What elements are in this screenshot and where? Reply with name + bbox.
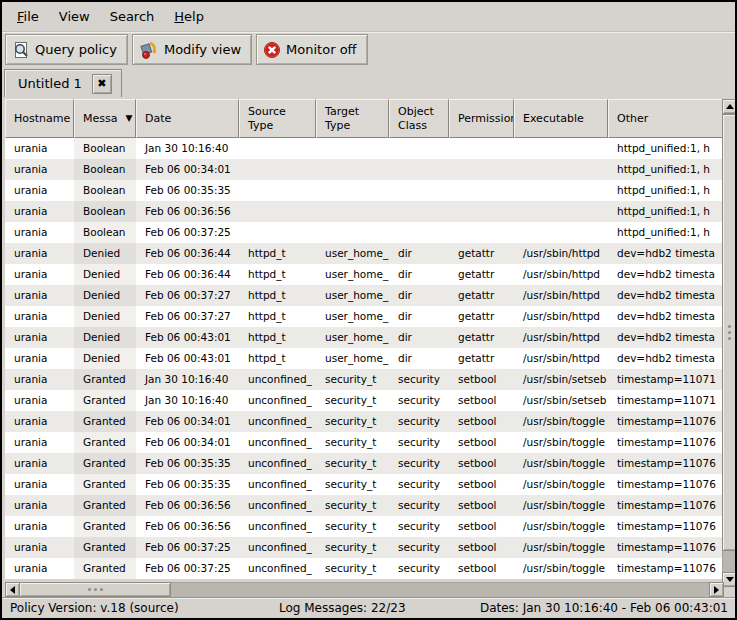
column-header-other[interactable]: Other [608, 99, 723, 138]
cell-message: Denied [74, 243, 136, 264]
cell-target-type: user_home_ [316, 306, 389, 327]
cell-permission: setbool [449, 390, 514, 411]
cell-hostname: urania [5, 474, 74, 495]
cell-hostname: urania [5, 495, 74, 516]
cell-target-type [316, 201, 389, 222]
cell-source-type: httpd_t [239, 243, 316, 264]
table-row[interactable]: uraniaGrantedJan 30 10:16:40unconfined_s… [5, 390, 723, 411]
cell-object-class: security [389, 369, 449, 390]
table-row[interactable]: uraniaGrantedFeb 06 00:35:35unconfined_s… [5, 453, 723, 474]
scroll-up-button[interactable] [722, 99, 737, 114]
table-row[interactable]: uraniaGrantedFeb 06 00:34:01unconfined_s… [5, 432, 723, 453]
cell-date: Feb 06 00:37:27 [136, 306, 239, 327]
cell-source-type: unconfined_ [239, 537, 316, 558]
table-row[interactable]: uraniaGrantedFeb 06 00:34:01unconfined_s… [5, 411, 723, 432]
menu-search[interactable]: Search [100, 4, 165, 29]
cell-date: Feb 06 00:37:25 [136, 537, 239, 558]
modify-view-button[interactable]: Modify view [132, 34, 252, 65]
table-row[interactable]: uraniaBooleanFeb 06 00:37:25httpd_unifie… [5, 222, 723, 243]
menu-bar: FileViewSearchHelp [2, 2, 735, 31]
left-arrow-icon [10, 586, 15, 594]
query-policy-button[interactable]: Query policy [5, 34, 128, 65]
cell-hostname: urania [5, 243, 74, 264]
column-label: Messa [83, 112, 117, 126]
menu-view[interactable]: View [49, 4, 100, 29]
cell-date: Jan 30 10:16:40 [136, 390, 239, 411]
table-row[interactable]: uraniaBooleanFeb 06 00:34:01httpd_unifie… [5, 159, 723, 180]
cell-target-type: user_home_ [316, 243, 389, 264]
table-row[interactable]: uraniaDeniedFeb 06 00:37:27httpd_tuser_h… [5, 285, 723, 306]
tab-close-button[interactable]: ✖ [92, 74, 112, 94]
table-row[interactable]: uraniaGrantedFeb 06 00:35:35unconfined_s… [5, 474, 723, 495]
cell-executable [514, 138, 608, 159]
table-row[interactable]: uraniaDeniedFeb 06 00:43:01httpd_tuser_h… [5, 327, 723, 348]
cell-object-class: dir [389, 243, 449, 264]
cell-other: timestamp=11076 [608, 432, 723, 453]
table-row[interactable]: uraniaBooleanFeb 06 00:36:56httpd_unifie… [5, 201, 723, 222]
cell-hostname: urania [5, 306, 74, 327]
cell-other: httpd_unified:1, h [608, 201, 723, 222]
cell-hostname: urania [5, 369, 74, 390]
cell-date: Feb 06 00:37:25 [136, 558, 239, 579]
menu-file[interactable]: File [7, 4, 49, 29]
cell-executable: /usr/sbin/httpd [514, 327, 608, 348]
table-row[interactable]: uraniaGrantedFeb 06 00:37:25unconfined_s… [5, 537, 723, 558]
cell-date: Feb 06 00:34:01 [136, 432, 239, 453]
column-header-source-type[interactable]: Source Type [239, 99, 316, 138]
tab-untitled-1[interactable]: Untitled 1 ✖ [4, 69, 122, 97]
toolbar: Query policy Modify view [2, 31, 735, 68]
cell-message: Granted [74, 537, 136, 558]
table-row[interactable]: uraniaDeniedFeb 06 00:36:44httpd_tuser_h… [5, 264, 723, 285]
cell-hostname: urania [5, 432, 74, 453]
cell-target-type: security_t [316, 474, 389, 495]
monitor-off-icon [263, 41, 281, 59]
cell-object-class [389, 159, 449, 180]
table-row[interactable]: uraniaBooleanFeb 06 00:35:35httpd_unifie… [5, 180, 723, 201]
cell-target-type [316, 222, 389, 243]
cell-executable: /usr/sbin/toggle [514, 495, 608, 516]
table-row[interactable]: uraniaGrantedFeb 06 00:36:56unconfined_s… [5, 516, 723, 537]
table-row[interactable]: uraniaDeniedFeb 06 00:43:01httpd_tuser_h… [5, 348, 723, 369]
monitor-off-button[interactable]: Monitor off [256, 34, 367, 65]
vertical-scroll-thumb[interactable] [722, 114, 737, 551]
cell-source-type [239, 180, 316, 201]
cell-hostname: urania [5, 558, 74, 579]
cell-object-class: dir [389, 264, 449, 285]
horizontal-scroll-thumb[interactable] [19, 582, 171, 597]
cell-other: dev=hdb2 timesta [608, 264, 723, 285]
cell-target-type: security_t [316, 369, 389, 390]
column-header-target-type[interactable]: Target Type [316, 99, 389, 138]
table-row[interactable]: uraniaBooleanJan 30 10:16:40httpd_unifie… [5, 138, 723, 159]
thumb-grip-icon [728, 331, 731, 334]
column-label: Target Type [325, 105, 359, 133]
cell-object-class: security [389, 411, 449, 432]
table-row[interactable]: uraniaGrantedFeb 06 00:36:56unconfined_s… [5, 495, 723, 516]
table-row[interactable]: uraniaDeniedFeb 06 00:36:44httpd_tuser_h… [5, 243, 723, 264]
column-header-permission[interactable]: Permission [449, 99, 514, 138]
cell-hostname: urania [5, 159, 74, 180]
vertical-scrollbar[interactable] [722, 99, 737, 587]
cell-target-type [316, 180, 389, 201]
column-header-object-class[interactable]: Object Class [389, 99, 449, 138]
cell-executable [514, 201, 608, 222]
cell-permission: setbool [449, 411, 514, 432]
table-row[interactable]: uraniaDeniedFeb 06 00:37:27httpd_tuser_h… [5, 306, 723, 327]
menu-help[interactable]: Help [164, 4, 214, 29]
column-header-hostname[interactable]: Hostname [5, 99, 74, 138]
cell-permission [449, 222, 514, 243]
table-row[interactable]: uraniaGrantedFeb 06 00:37:25unconfined_s… [5, 558, 723, 579]
horizontal-scrollbar[interactable] [5, 582, 724, 597]
column-header-date[interactable]: Date [136, 99, 239, 138]
cell-date: Feb 06 00:34:01 [136, 411, 239, 432]
scroll-down-button[interactable] [722, 572, 737, 587]
table-row[interactable]: uraniaGrantedJan 30 10:16:40unconfined_s… [5, 369, 723, 390]
cell-hostname: urania [5, 411, 74, 432]
column-header-executable[interactable]: Executable [514, 99, 608, 138]
cell-hostname: urania [5, 180, 74, 201]
log-view: HostnameMessa▼DateSource TypeTarget Type… [4, 97, 737, 600]
cell-permission: setbool [449, 537, 514, 558]
column-header-message[interactable]: Messa▼ [74, 99, 136, 138]
scroll-left-button[interactable] [5, 582, 20, 597]
scroll-right-button[interactable] [709, 582, 724, 597]
cell-message: Boolean [74, 180, 136, 201]
